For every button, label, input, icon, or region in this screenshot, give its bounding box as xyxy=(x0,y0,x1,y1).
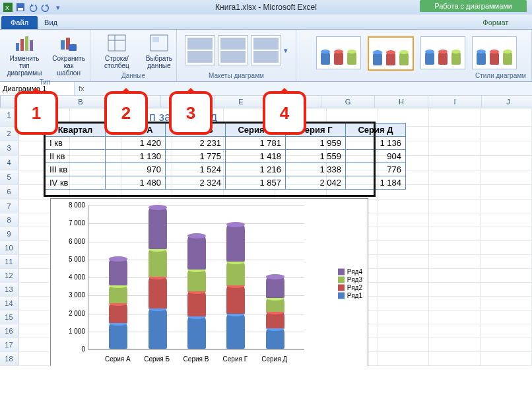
cell[interactable] xyxy=(429,283,481,296)
cell[interactable] xyxy=(429,141,481,155)
tab-Формат[interactable]: Формат xyxy=(476,16,532,29)
cell[interactable] xyxy=(378,213,430,227)
row-header[interactable]: 12 xyxy=(0,269,18,282)
row-header[interactable]: 14 xyxy=(0,297,18,310)
cell[interactable] xyxy=(481,352,532,365)
cell[interactable] xyxy=(378,352,430,365)
cell[interactable] xyxy=(481,283,532,296)
cell[interactable] xyxy=(481,338,532,351)
column-header[interactable]: H xyxy=(375,96,428,108)
row-header[interactable]: 9 xyxy=(0,227,18,240)
bar-segment xyxy=(187,316,206,349)
cell[interactable] xyxy=(481,255,532,268)
cell[interactable] xyxy=(429,227,481,240)
cell[interactable] xyxy=(429,255,481,268)
layout-thumb-3[interactable] xyxy=(251,35,281,65)
cell[interactable] xyxy=(378,227,430,240)
cell[interactable] xyxy=(429,269,481,282)
row-header[interactable]: 11 xyxy=(0,255,18,268)
column-header[interactable]: G xyxy=(321,96,375,108)
cell[interactable] xyxy=(429,352,481,365)
cell[interactable] xyxy=(429,200,481,213)
cell[interactable] xyxy=(429,156,481,170)
cell[interactable] xyxy=(481,227,532,240)
style-thumb-4[interactable] xyxy=(472,36,517,69)
cell[interactable] xyxy=(429,338,481,351)
cell[interactable] xyxy=(481,141,532,155)
cell[interactable] xyxy=(429,127,481,141)
cell[interactable] xyxy=(378,297,430,310)
group-label-data: Данные xyxy=(93,71,174,80)
redo-icon[interactable] xyxy=(40,2,51,13)
group-label-type: Тип xyxy=(3,78,87,87)
cell[interactable] xyxy=(378,269,430,282)
row-header[interactable]: 7 xyxy=(0,200,18,213)
row-header[interactable]: 4 xyxy=(0,156,18,170)
cell[interactable] xyxy=(481,170,532,184)
row-header[interactable]: 18 xyxy=(0,352,18,365)
cell[interactable] xyxy=(481,310,532,324)
qat-dropdown-icon[interactable]: ▾ xyxy=(53,2,63,13)
cell[interactable] xyxy=(429,297,481,310)
tab-Вид[interactable]: Вид xyxy=(38,16,117,29)
cell[interactable] xyxy=(429,324,481,338)
cell[interactable] xyxy=(378,324,430,338)
column-header[interactable]: I xyxy=(428,96,482,108)
change-chart-type-button[interactable]: Изменить тип диаграммы xyxy=(3,31,46,78)
cell[interactable] xyxy=(429,213,481,227)
row-header[interactable]: 10 xyxy=(0,241,18,254)
save-as-template-button[interactable]: Сохранить как шаблон xyxy=(50,31,87,78)
row-header[interactable]: 3 xyxy=(0,141,18,155)
cell[interactable] xyxy=(378,283,430,296)
worksheet[interactable]: ABCDEFGHIJ 123456789101112131415161718 ы… xyxy=(0,96,532,366)
cell[interactable] xyxy=(481,200,532,213)
cell[interactable] xyxy=(481,156,532,170)
column-header[interactable]: J xyxy=(482,96,532,108)
column-header[interactable]: B xyxy=(54,96,108,108)
column-header[interactable]: E xyxy=(215,96,268,108)
data-table[interactable]: КварталСерия АСерия БСерия ВСерия ГСерия… xyxy=(45,123,406,190)
row-header[interactable]: 17 xyxy=(0,338,18,351)
cell[interactable] xyxy=(429,108,481,126)
select-data-button[interactable]: Выбрать данные xyxy=(145,31,174,71)
cell[interactable] xyxy=(481,324,532,338)
style-thumb-1[interactable] xyxy=(316,36,361,69)
row-header[interactable]: 16 xyxy=(0,324,18,338)
layout-thumb-2[interactable] xyxy=(218,35,248,65)
cell[interactable] xyxy=(481,127,532,141)
cell[interactable] xyxy=(481,213,532,227)
undo-icon[interactable] xyxy=(28,2,38,13)
bar-segment xyxy=(266,277,284,298)
cell[interactable] xyxy=(378,338,430,351)
legend-item: Ряд3 xyxy=(338,276,362,283)
layouts-more-icon[interactable]: ▾ xyxy=(284,46,288,55)
cell[interactable] xyxy=(429,185,481,199)
table-cell: 1 184 xyxy=(346,176,406,190)
row-header[interactable]: 6 xyxy=(0,185,18,199)
cell[interactable] xyxy=(429,170,481,184)
save-icon[interactable] xyxy=(15,2,26,13)
plot-area xyxy=(88,205,304,349)
embedded-chart[interactable]: 01 0002 0003 0004 0005 0006 0007 0008 00… xyxy=(50,198,368,366)
cell[interactable] xyxy=(481,185,532,199)
cell[interactable] xyxy=(481,241,532,254)
cell[interactable] xyxy=(378,241,430,254)
cell[interactable] xyxy=(481,108,532,126)
cell[interactable] xyxy=(378,200,430,213)
style-thumb-2[interactable] xyxy=(368,36,414,71)
tab-file[interactable]: Файл xyxy=(1,16,38,29)
style-thumb-3[interactable] xyxy=(420,36,465,69)
switch-row-column-button[interactable]: Строка/столбец xyxy=(93,31,141,71)
cell[interactable] xyxy=(378,255,430,268)
layout-thumb-1[interactable] xyxy=(185,35,215,65)
cell[interactable] xyxy=(481,297,532,310)
row-header[interactable]: 15 xyxy=(0,310,18,324)
cell[interactable] xyxy=(378,310,430,324)
row-header[interactable]: 8 xyxy=(0,213,18,227)
cell[interactable] xyxy=(481,269,532,282)
svg-text:X: X xyxy=(5,5,9,11)
cell[interactable] xyxy=(429,310,481,324)
row-header[interactable]: 5 xyxy=(0,170,18,184)
cell[interactable] xyxy=(429,241,481,254)
row-header[interactable]: 13 xyxy=(0,283,18,296)
